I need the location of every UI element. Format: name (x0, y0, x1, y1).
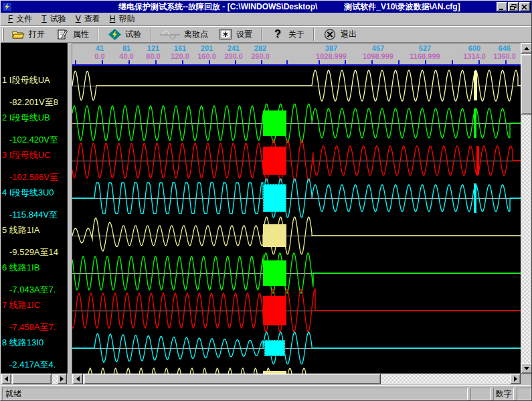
channel-name-label[interactable]: 6 线路1IB (2, 262, 39, 274)
ruler-sample-label: 81 (122, 44, 130, 52)
discrete-points-button[interactable]: 离散点 (155, 27, 213, 42)
ruler-time-label: 40.0 (119, 52, 133, 60)
ruler-sample-label: 121 (147, 44, 159, 52)
scroll-right-button[interactable] (510, 374, 521, 384)
channel-name-label[interactable]: 7 线路1IC (2, 299, 40, 311)
status-num-indicator: 数字 (493, 388, 514, 400)
app-lightning-icon[interactable] (3, 3, 11, 11)
ruler-time-label: 1168.999 (410, 52, 440, 60)
waveform-canvas[interactable] (72, 64, 521, 374)
arrow-left-icon (5, 376, 8, 382)
menu-view[interactable]: V查看 (71, 12, 105, 26)
ruler-sample-label: 646 (499, 44, 511, 52)
restore-button[interactable] (508, 2, 519, 11)
title-bar: 继电保护测试系统--故障回放 - [C:\WINDOWS\Desktop\ 测试… (1, 1, 531, 13)
arrow-right-icon (60, 376, 64, 382)
status-message: 就绪 (2, 388, 468, 400)
ruler-sample-label: 161 (174, 44, 186, 52)
toolbar-separator (261, 28, 262, 41)
time-ruler: 410.08140.012180.0161120.0201160.0241200… (72, 43, 521, 64)
menu-file[interactable]: F文件 (3, 12, 37, 26)
properties-button[interactable]: 属性 (50, 27, 94, 42)
channel-range-label: -7.043A至7. (9, 284, 56, 296)
channel-range-label: -102.586V至 (9, 171, 58, 183)
horizontal-scrollbar-row (1, 374, 532, 385)
ruler-time-label: 260.0 (251, 52, 270, 60)
ruler-sample-label: 201 (201, 44, 213, 52)
waveform-scrollbar (72, 374, 521, 385)
waveform-scroll-thumb[interactable] (84, 374, 381, 384)
toolbar: 打开 属性 试验 离散点 设置 (1, 26, 531, 43)
status-panel-empty (470, 388, 491, 400)
menu-test[interactable]: T试验 (37, 12, 70, 26)
open-button[interactable]: 打开 (6, 27, 50, 42)
vertical-scrollbar (521, 43, 532, 374)
test-lightning-icon (108, 29, 121, 40)
settings-button[interactable]: 设置 (213, 27, 258, 42)
channel-label-panel: 1 Ⅰ段母线UA-82.201V至82 Ⅰ段母线UB-102.420V至3 Ⅰ段… (1, 43, 68, 374)
channel-name-label[interactable]: 2 Ⅰ段母线UB (2, 112, 50, 124)
test-button[interactable]: 试验 (102, 27, 147, 42)
channel-name-label[interactable]: 4 Ⅰ段母线3U0 (2, 187, 54, 199)
ruler-time-label: 1314.0 (463, 52, 486, 60)
window-title: 继电保护测试系统--故障回放 - [C:\WINDOWS\Desktop\ 测试… (118, 1, 460, 13)
channel-range-label: -115.844V至 (9, 209, 58, 221)
about-button[interactable]: ? 关于 (266, 27, 310, 42)
channel-range-label: -82.201V至8 (9, 96, 58, 108)
status-panel-empty (517, 388, 531, 400)
arrow-right-icon (514, 376, 517, 382)
ruler-sample-label: 241 (228, 44, 240, 52)
scroll-down-button[interactable] (521, 363, 532, 374)
ruler-sample-label: 282 (254, 44, 266, 52)
menu-bar: F文件 T试验 V查看 H帮助 (1, 13, 531, 26)
close-button[interactable] (519, 2, 530, 11)
ruler-sample-label: 600 (468, 44, 480, 52)
ruler-time-label: 1360.0 (493, 52, 516, 60)
exit-icon (323, 29, 337, 40)
channel-name-label[interactable]: 8 线路13I0 (2, 337, 43, 349)
ruler-sample-label: 41 (96, 44, 104, 52)
ruler-time-label: 1028.999 (316, 52, 347, 60)
ruler-sample-label: 527 (419, 44, 431, 52)
about-icon: ? (271, 29, 284, 40)
properties-icon (56, 29, 69, 40)
toolbar-separator (98, 28, 99, 41)
discrete-points-icon (160, 29, 180, 40)
left-panel-scrollbar (1, 374, 67, 385)
ruler-time-label: 0.0 (94, 52, 104, 60)
status-bar: 就绪 数字 (1, 385, 532, 401)
channel-range-label: -2.417A至4. (9, 359, 56, 371)
minimize-button[interactable] (497, 2, 507, 11)
channel-range-label: -9.529A至14 (9, 246, 58, 258)
toolbar-separator (313, 28, 315, 41)
scroll-up-button[interactable] (521, 43, 532, 54)
arrow-up-icon (524, 47, 529, 50)
arrow-left-icon (76, 376, 80, 382)
channel-name-label[interactable]: 3 Ⅰ段母线UC (2, 149, 50, 161)
vertical-scroll-thumb[interactable] (521, 54, 532, 114)
channel-range-label: -7.458A至7. (9, 321, 56, 333)
ruler-time-label: 1098.999 (363, 52, 393, 60)
scroll-left-button[interactable] (72, 374, 83, 384)
toolbar-grip[interactable] (2, 28, 4, 41)
channel-range-label: -102.420V至 (9, 134, 58, 146)
toolbar-separator (150, 28, 151, 41)
ruler-time-label: 80.0 (146, 52, 160, 60)
window-controls (497, 2, 530, 11)
exit-button[interactable]: 退出 (318, 27, 362, 42)
panel-splitter[interactable] (68, 43, 72, 385)
scroll-left-button[interactable] (1, 374, 11, 384)
scroll-right-button[interactable] (57, 374, 67, 384)
open-folder-icon (11, 29, 25, 40)
channel-name-label[interactable]: 5 线路1IA (2, 224, 39, 236)
settings-icon (219, 29, 232, 40)
ruler-time-label: 120.0 (171, 52, 189, 60)
app-window: 继电保护测试系统--故障回放 - [C:\WINDOWS\Desktop\ 测试… (0, 0, 532, 401)
arrow-down-icon (524, 367, 529, 370)
ruler-sample-label: 457 (372, 44, 384, 52)
ruler-sample-label: 387 (325, 44, 337, 52)
ruler-time-label: 160.0 (197, 52, 216, 60)
channel-name-label[interactable]: 1 Ⅰ段母线UA (2, 74, 50, 86)
menu-help[interactable]: H帮助 (105, 12, 140, 26)
left-scroll-thumb[interactable] (12, 374, 52, 384)
